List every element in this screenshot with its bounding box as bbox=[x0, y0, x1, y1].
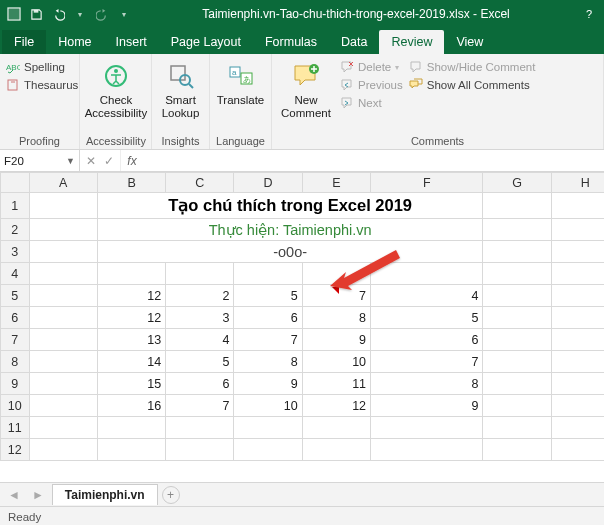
row-header[interactable]: 6 bbox=[1, 307, 30, 329]
cell[interactable]: 9 bbox=[371, 395, 483, 417]
help-icon[interactable]: ? bbox=[574, 0, 604, 28]
cell[interactable]: 6 bbox=[371, 329, 483, 351]
row-header[interactable]: 12 bbox=[1, 439, 30, 461]
cell[interactable]: 13 bbox=[97, 329, 165, 351]
insights-group-label: Insights bbox=[158, 133, 203, 147]
cell[interactable]: 5 bbox=[166, 351, 234, 373]
cell[interactable]: 16 bbox=[97, 395, 165, 417]
col-header-C[interactable]: C bbox=[166, 173, 234, 193]
row-header[interactable]: 2 bbox=[1, 219, 30, 241]
col-header-H[interactable]: H bbox=[551, 173, 604, 193]
status-text: Ready bbox=[8, 511, 41, 523]
sheet-nav-next-icon[interactable]: ► bbox=[28, 488, 48, 502]
previous-comment-button[interactable]: Previous bbox=[340, 76, 403, 94]
cell[interactable]: 4 bbox=[166, 329, 234, 351]
cell[interactable]: 10 bbox=[302, 351, 370, 373]
row-header[interactable]: 1 bbox=[1, 193, 30, 219]
name-box[interactable]: F20 ▼ bbox=[0, 150, 80, 171]
cell[interactable]: 9 bbox=[234, 373, 302, 395]
name-box-dropdown-icon[interactable]: ▼ bbox=[66, 156, 75, 166]
row-header[interactable]: 7 bbox=[1, 329, 30, 351]
undo-more-icon[interactable]: ▾ bbox=[72, 6, 88, 22]
select-all-corner[interactable] bbox=[1, 173, 30, 193]
tab-data[interactable]: Data bbox=[329, 30, 379, 54]
cell[interactable]: 9 bbox=[302, 329, 370, 351]
save-icon[interactable] bbox=[28, 6, 44, 22]
formula-bar: F20 ▼ ✕ ✓ fx bbox=[0, 150, 604, 172]
sheet-nav-prev-icon[interactable]: ◄ bbox=[4, 488, 24, 502]
cell[interactable]: 12 bbox=[97, 307, 165, 329]
translate-button[interactable]: aあ Translate bbox=[216, 58, 265, 107]
cell[interactable]: 3 bbox=[166, 307, 234, 329]
show-hide-comment-button[interactable]: Show/Hide Comment bbox=[409, 58, 536, 76]
row-header[interactable]: 3 bbox=[1, 241, 30, 263]
row-header[interactable]: 5 bbox=[1, 285, 30, 307]
fx-icon[interactable]: fx bbox=[121, 150, 143, 171]
next-comment-button[interactable]: Next bbox=[340, 94, 403, 112]
previous-comment-icon bbox=[340, 78, 354, 92]
col-header-D[interactable]: D bbox=[234, 173, 302, 193]
new-sheet-button[interactable]: + bbox=[162, 486, 180, 504]
undo-icon[interactable] bbox=[50, 6, 66, 22]
check-accessibility-button[interactable]: Check Accessibility bbox=[86, 58, 146, 120]
cell[interactable]: 7 bbox=[234, 329, 302, 351]
cell[interactable]: 6 bbox=[234, 307, 302, 329]
cancel-icon[interactable]: ✕ bbox=[86, 154, 96, 168]
tab-home[interactable]: Home bbox=[46, 30, 103, 54]
formula-buttons: ✕ ✓ bbox=[80, 150, 121, 171]
tab-page-layout[interactable]: Page Layout bbox=[159, 30, 253, 54]
col-header-E[interactable]: E bbox=[302, 173, 370, 193]
new-comment-button[interactable]: New Comment bbox=[278, 58, 334, 120]
formula-input[interactable] bbox=[143, 150, 604, 171]
col-header-F[interactable]: F bbox=[371, 173, 483, 193]
tab-insert[interactable]: Insert bbox=[104, 30, 159, 54]
cell[interactable]: 8 bbox=[371, 373, 483, 395]
cell[interactable]: 8 bbox=[302, 307, 370, 329]
cell[interactable]: 11 bbox=[302, 373, 370, 395]
enter-icon[interactable]: ✓ bbox=[104, 154, 114, 168]
thesaurus-button[interactable]: Thesaurus bbox=[6, 76, 78, 94]
cell[interactable]: 12 bbox=[302, 395, 370, 417]
spelling-button[interactable]: ABC Spelling bbox=[6, 58, 65, 76]
svg-rect-8 bbox=[171, 66, 185, 80]
status-bar: Ready bbox=[0, 506, 604, 525]
qat-customize-icon[interactable]: ▾ bbox=[116, 6, 132, 22]
row-header[interactable]: 8 bbox=[1, 351, 30, 373]
sheet-divider: -o0o- bbox=[273, 244, 307, 260]
ribbon-group-language: aあ Translate Language bbox=[210, 54, 272, 149]
cell[interactable]: 5 bbox=[234, 285, 302, 307]
spelling-label: Spelling bbox=[24, 61, 65, 73]
tab-formulas[interactable]: Formulas bbox=[253, 30, 329, 54]
name-box-value: F20 bbox=[4, 155, 24, 167]
smart-lookup-button[interactable]: Smart Lookup bbox=[158, 58, 203, 120]
cell[interactable]: 4 bbox=[371, 285, 483, 307]
worksheet-grid[interactable]: A B C D E F G H 1 Tạo chú thích trong Ex… bbox=[0, 172, 604, 482]
row-header[interactable]: 10 bbox=[1, 395, 30, 417]
col-header-A[interactable]: A bbox=[29, 173, 97, 193]
cell[interactable]: 6 bbox=[166, 373, 234, 395]
cell[interactable]: 10 bbox=[234, 395, 302, 417]
row-header[interactable]: 4 bbox=[1, 263, 30, 285]
tab-review[interactable]: Review bbox=[379, 30, 444, 54]
row-header[interactable]: 11 bbox=[1, 417, 30, 439]
cell[interactable]: 7 bbox=[166, 395, 234, 417]
cell[interactable]: 12 bbox=[97, 285, 165, 307]
cell[interactable]: 2 bbox=[166, 285, 234, 307]
cell[interactable]: 7 bbox=[371, 351, 483, 373]
accessibility-group-label: Accessibility bbox=[86, 133, 145, 147]
delete-comment-button[interactable]: Delete ▾ bbox=[340, 58, 403, 76]
show-all-comments-button[interactable]: Show All Comments bbox=[409, 76, 536, 94]
ribbon-tabs: File Home Insert Page Layout Formulas Da… bbox=[0, 28, 604, 54]
tab-file[interactable]: File bbox=[2, 30, 46, 54]
sheet-tab-active[interactable]: Taimienphi.vn bbox=[52, 484, 158, 505]
tab-view[interactable]: View bbox=[444, 30, 495, 54]
cell[interactable]: 5 bbox=[371, 307, 483, 329]
cell[interactable]: 14 bbox=[97, 351, 165, 373]
row-header[interactable]: 9 bbox=[1, 373, 30, 395]
col-header-B[interactable]: B bbox=[97, 173, 165, 193]
ribbon-group-insights: Smart Lookup Insights bbox=[152, 54, 210, 149]
redo-icon[interactable] bbox=[94, 6, 110, 22]
cell[interactable]: 8 bbox=[234, 351, 302, 373]
col-header-G[interactable]: G bbox=[483, 173, 551, 193]
cell[interactable]: 15 bbox=[97, 373, 165, 395]
